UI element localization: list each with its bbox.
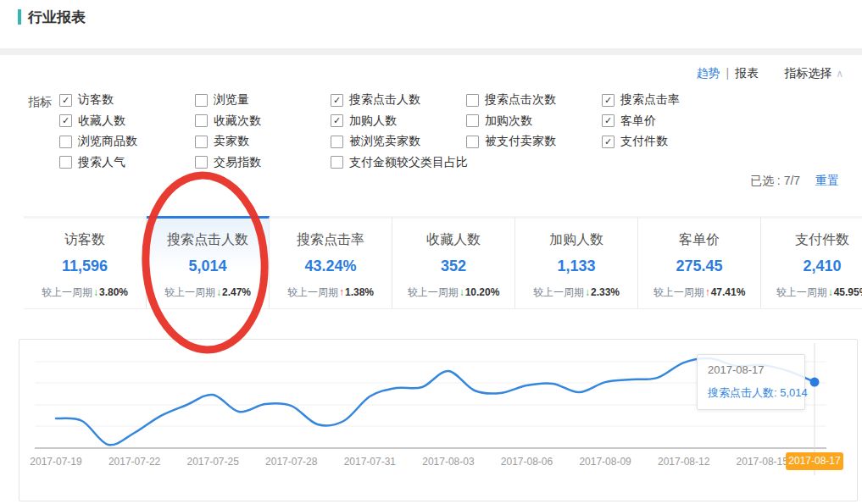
filter-checkbox-加购次数[interactable]: 加购次数 — [466, 114, 532, 129]
filter-checkbox-加购人数[interactable]: ✓加购人数 — [331, 114, 397, 129]
metric-card-value: 352 — [392, 258, 514, 275]
unchecked-checkbox-icon[interactable] — [195, 114, 208, 127]
metric-card-搜索点击率[interactable]: 搜索点击率43.24%较上一周期↑1.38% — [270, 216, 392, 309]
metric-card-支付件数[interactable]: 支付件数2,410较上一周期↓45.95% — [761, 216, 862, 309]
page-title: 行业报表 — [28, 8, 86, 27]
toolbar-divider: | — [726, 66, 730, 80]
checked-checkbox-icon[interactable]: ✓ — [602, 114, 615, 127]
filter-checkbox-浏览量[interactable]: 浏览量 — [195, 92, 249, 108]
x-tick-label: 2017-07-19 — [18, 456, 94, 468]
filter-checkbox-收藏次数[interactable]: 收藏次数 — [195, 114, 261, 129]
unchecked-checkbox-icon[interactable] — [466, 114, 479, 127]
metric-card-compare: 较上一周期↑47.41% — [638, 285, 760, 300]
filter-checkbox-搜索点击率[interactable]: ✓搜索点击率 — [602, 92, 680, 108]
chevron-up-icon[interactable]: ∧ — [836, 68, 843, 80]
checked-checkbox-icon[interactable]: ✓ — [59, 114, 72, 127]
metric-card-compare: 较上一周期↓2.33% — [515, 285, 637, 300]
filter-checkbox-访客数[interactable]: ✓访客数 — [59, 92, 114, 108]
metric-card-title: 支付件数 — [761, 231, 862, 249]
chart-tooltip: 2017-08-17 搜索点击人数: 5,014 — [697, 354, 805, 410]
filter-checkbox-label: 交易指数 — [214, 155, 261, 170]
filter-checkbox-label: 被支付卖家数 — [485, 134, 556, 149]
arrow-down-icon: ↓ — [459, 286, 464, 298]
filter-checkbox-卖家数[interactable]: 卖家数 — [195, 134, 249, 149]
checked-checkbox-icon[interactable]: ✓ — [331, 94, 343, 107]
filter-checkbox-label: 支付金额较父类目占比 — [349, 155, 468, 170]
checked-checkbox-icon[interactable]: ✓ — [59, 94, 72, 107]
metric-card-访客数[interactable]: 访客数11,596较上一周期↓3.80% — [24, 216, 147, 309]
page-header: 行业报表 — [0, 0, 862, 48]
metric-card-title: 客单价 — [638, 231, 760, 249]
arrow-down-icon: ↓ — [216, 286, 221, 298]
filter-checkbox-label: 卖家数 — [214, 134, 249, 149]
filter-checkbox-label: 搜索点击次数 — [485, 92, 556, 108]
filter-checkbox-被支付卖家数[interactable]: 被支付卖家数 — [466, 134, 556, 149]
filter-checkbox-交易指数[interactable]: 交易指数 — [195, 155, 261, 170]
title-accent-bar — [18, 9, 21, 25]
checked-checkbox-icon[interactable]: ✓ — [331, 114, 343, 127]
x-tick-label: 2017-08-09 — [567, 456, 643, 468]
metric-card-value: 11,596 — [24, 258, 146, 275]
metric-card-收藏人数[interactable]: 收藏人数352较上一周期↓10.20% — [392, 216, 515, 309]
unchecked-checkbox-icon[interactable] — [331, 136, 343, 148]
filter-checkbox-搜索点击次数[interactable]: 搜索点击次数 — [466, 92, 556, 108]
unchecked-checkbox-icon[interactable] — [59, 156, 72, 169]
metric-card-title: 搜索点击率 — [270, 231, 392, 249]
filters-section-label: 指标 — [28, 95, 52, 110]
trend-chart[interactable]: 2017-07-192017-07-222017-07-252017-07-28… — [19, 339, 858, 501]
x-tick-label: 2017-07-22 — [97, 456, 173, 468]
x-tick-label: 2017-08-12 — [646, 456, 722, 468]
arrow-down-icon: ↓ — [828, 286, 833, 298]
filter-checkbox-浏览商品数[interactable]: 浏览商品数 — [59, 134, 137, 149]
x-tick-label: 2017-07-25 — [175, 456, 251, 468]
unchecked-checkbox-icon[interactable] — [195, 156, 208, 169]
filter-checkbox-label: 浏览量 — [214, 92, 249, 108]
metric-card-compare: 较上一周期↓45.95% — [761, 285, 862, 300]
highlighted-date-badge: 2017-08-17 — [786, 452, 843, 470]
filter-checkbox-label: 加购次数 — [485, 114, 532, 129]
filter-checkbox-支付件数[interactable]: ✓支付件数 — [602, 134, 668, 149]
x-tick-label: 2017-07-31 — [331, 456, 408, 468]
metric-card-value: 43.24% — [270, 258, 392, 275]
indicator-select-button[interactable]: 指标选择 — [784, 66, 831, 80]
unchecked-checkbox-icon[interactable] — [466, 136, 479, 148]
arrow-up-icon: ↑ — [705, 286, 710, 298]
trend-tab[interactable]: 趋势 — [697, 66, 720, 80]
unchecked-checkbox-icon[interactable] — [466, 94, 479, 107]
metric-card-客单价[interactable]: 客单价275.45较上一周期↑47.41% — [638, 216, 761, 309]
checked-checkbox-icon[interactable]: ✓ — [602, 94, 615, 107]
metric-card-加购人数[interactable]: 加购人数1,133较上一周期↓2.33% — [515, 216, 638, 309]
checked-checkbox-icon[interactable]: ✓ — [602, 136, 615, 148]
reset-button[interactable]: 重置 — [815, 174, 839, 187]
arrow-down-icon: ↓ — [93, 286, 98, 298]
selected-count: 已选 : 7/7 — [750, 174, 800, 187]
view-toolbar: 趋势|报表指标选择∧ — [697, 66, 843, 81]
x-tick-label: 2017-08-03 — [410, 456, 487, 468]
highlight-point-dot[interactable] — [810, 378, 820, 387]
metric-card-搜索点击人数[interactable]: 搜索点击人数5,014较上一周期↓2.47% — [147, 216, 270, 309]
unchecked-checkbox-icon[interactable] — [59, 136, 72, 148]
metric-card-value: 5,014 — [147, 258, 269, 275]
unchecked-checkbox-icon[interactable] — [195, 136, 208, 148]
filter-checkbox-支付金额较父类目占比[interactable]: 支付金额较父类目占比 — [331, 155, 468, 170]
filter-checkbox-搜索点击人数[interactable]: ✓搜索点击人数 — [331, 92, 420, 108]
filter-checkbox-label: 搜索人气 — [78, 155, 125, 170]
filter-checkbox-搜索人气[interactable]: 搜索人气 — [59, 155, 125, 170]
filter-checkbox-label: 搜索点击率 — [620, 92, 680, 108]
unchecked-checkbox-icon[interactable] — [331, 156, 343, 169]
x-tick-label: 2017-07-28 — [253, 456, 330, 468]
metric-card-title: 搜索点击人数 — [147, 231, 269, 249]
tooltip-date: 2017-08-17 — [708, 363, 794, 376]
x-tick-label: 2017-08-06 — [489, 456, 565, 468]
metric-card-compare: 较上一周期↑1.38% — [270, 285, 392, 300]
arrow-up-icon: ↑ — [339, 286, 344, 298]
arrow-down-icon: ↓ — [585, 286, 590, 298]
filter-checkbox-label: 搜索点击人数 — [349, 92, 420, 108]
filter-checkbox-label: 支付件数 — [620, 134, 668, 149]
filter-checkbox-收藏人数[interactable]: ✓收藏人数 — [59, 114, 125, 129]
filter-checkbox-被浏览卖家数[interactable]: 被浏览卖家数 — [331, 134, 420, 149]
unchecked-checkbox-icon[interactable] — [195, 94, 208, 107]
metric-card-title: 收藏人数 — [392, 231, 514, 249]
filter-checkbox-客单价[interactable]: ✓客单价 — [602, 114, 656, 129]
report-tab[interactable]: 报表 — [735, 66, 759, 80]
